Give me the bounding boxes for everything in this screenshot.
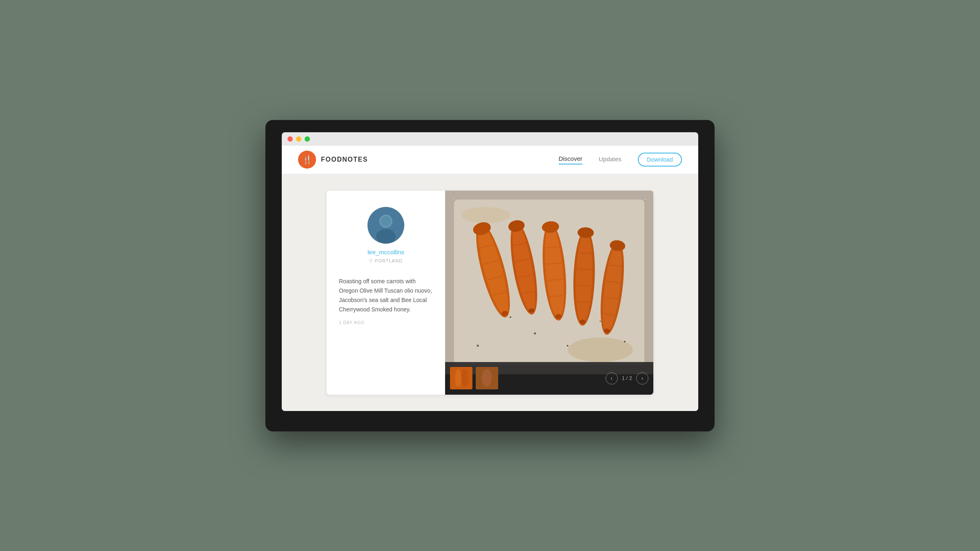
next-arrow-icon: ›: [641, 375, 643, 381]
browser-content: 🍴 FOODNOTES Discover Updates Download: [282, 146, 698, 411]
close-button[interactable]: [287, 136, 293, 142]
location: ⚲ PORTLAND: [369, 258, 403, 264]
svg-rect-56: [445, 191, 453, 374]
svg-point-51: [600, 320, 601, 322]
svg-point-52: [624, 341, 626, 342]
nav-controls: ‹ 1 / 2 ›: [606, 372, 648, 384]
svg-point-50: [567, 345, 568, 347]
thumbnail-1[interactable]: [450, 367, 472, 389]
post-text: Roasting off some carrots with Oregon Ol…: [339, 277, 433, 314]
svg-point-53: [477, 344, 479, 347]
user-avatar: [368, 207, 404, 244]
main-content: lee_mccollins ⚲ PORTLAND Roasting off so…: [282, 174, 698, 411]
maximize-button[interactable]: [305, 136, 310, 142]
post-card: lee_mccollins ⚲ PORTLAND Roasting off so…: [327, 191, 653, 395]
location-pin-icon: ⚲: [369, 258, 373, 264]
svg-point-7: [461, 207, 510, 223]
minimize-button[interactable]: [296, 136, 301, 142]
next-arrow-button[interactable]: ›: [636, 372, 648, 384]
browser-chrome: [282, 132, 698, 146]
username[interactable]: lee_mccollins: [368, 249, 404, 256]
svg-rect-63: [476, 367, 498, 389]
thumbnail-2[interactable]: [476, 367, 498, 389]
card-right: ‹ 1 / 2 ›: [445, 191, 653, 395]
location-text: PORTLAND: [375, 258, 403, 263]
logo-icon: 🍴: [298, 151, 316, 169]
post-timestamp: 1 DAY AGO: [339, 320, 364, 325]
post-image: [445, 191, 653, 374]
thumbnails-strip: ‹ 1 / 2 ›: [445, 362, 653, 395]
laptop-frame: 🍴 FOODNOTES Discover Updates Download: [265, 120, 715, 431]
svg-rect-54: [445, 191, 653, 199]
nav-links: Discover Updates Download: [559, 153, 682, 167]
svg-point-60: [461, 369, 468, 387]
svg-point-6: [568, 338, 633, 362]
nav-updates[interactable]: Updates: [599, 156, 621, 164]
logo-text: FOODNOTES: [321, 156, 368, 163]
svg-point-49: [534, 332, 536, 334]
svg-point-48: [510, 316, 511, 318]
card-left: lee_mccollins ⚲ PORTLAND Roasting off so…: [327, 191, 445, 395]
page-indicator: 1 / 2: [622, 375, 632, 381]
svg-point-3: [381, 216, 391, 227]
svg-point-2: [376, 229, 396, 244]
carrot-scene: [445, 191, 653, 374]
svg-rect-57: [645, 191, 653, 374]
prev-arrow-icon: ‹: [611, 375, 612, 381]
avatar-image: [368, 207, 404, 244]
logo-area: 🍴 FOODNOTES: [298, 151, 368, 169]
navbar: 🍴 FOODNOTES Discover Updates Download: [282, 146, 698, 174]
svg-point-59: [455, 369, 461, 387]
prev-arrow-button[interactable]: ‹: [606, 372, 618, 384]
nav-discover[interactable]: Discover: [559, 155, 582, 164]
download-button[interactable]: Download: [638, 153, 682, 167]
